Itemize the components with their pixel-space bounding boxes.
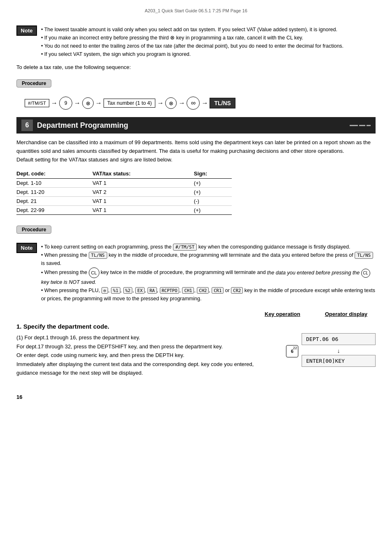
- step-1-text: (1) For dept.1 through 16, press the dep…: [16, 333, 270, 377]
- pct1-key: %1: [111, 287, 120, 294]
- sign-cell: (+): [194, 188, 232, 197]
- flow-diagram-1: #/TM/ST → 9 → ⊗ → Tax number (1 to 4) → …: [25, 97, 376, 110]
- flow-arrow-4: →: [157, 99, 164, 107]
- note-label-2: Note: [16, 243, 37, 253]
- note2-item-4: When pressing the PLU, ⊖, %1, %2, EX, RA…: [41, 286, 376, 303]
- vat-cell: VAT 1: [92, 179, 194, 188]
- ex-key: EX: [135, 287, 145, 294]
- dept-key-icon: 22 6: [286, 345, 298, 357]
- dept-table: Dept. code: VAT/tax status: Sign: Dept. …: [16, 169, 232, 215]
- th-sign: Sign:: [194, 169, 232, 179]
- tlns-key-inline: TL/NS: [89, 252, 107, 259]
- key-op-section: Key operation Operator display: [16, 311, 376, 317]
- dept-cell: Dept. 11-20: [16, 188, 92, 197]
- note-item-2: If you make an incorrect entry before pr…: [41, 34, 344, 42]
- note-item-1: The lowest taxable amount is valid only …: [41, 25, 344, 34]
- flow-arrow-3: →: [95, 99, 102, 107]
- note2-item-2: When pressing the TL/NS key in the middl…: [41, 251, 376, 267]
- ch2-key: CH2: [197, 287, 209, 294]
- dept-description: Merchandise can be classified into a max…: [16, 138, 376, 164]
- dept-cell: Dept. 21: [16, 197, 92, 206]
- flow-tlns: TL/NS: [210, 98, 235, 108]
- table-row: Dept. 21 VAT 1 (-): [16, 197, 232, 206]
- procedure-badge-1: Procedure: [16, 79, 51, 88]
- display-arrow: ↓: [302, 348, 376, 354]
- table-row: Dept. 1-10 VAT 1 (+): [16, 179, 232, 188]
- dept-desc-p2: Default setting for the VAT/tax statuses…: [16, 156, 376, 164]
- cl-circle-inline2: CL: [361, 269, 370, 278]
- ch1-key: CH1: [182, 287, 194, 294]
- vat-cell: VAT 1: [92, 197, 194, 206]
- procedure-section-1: Procedure: [16, 77, 376, 90]
- step-1-sub-1: (1) For dept.1 through 16, press the dep…: [16, 333, 270, 342]
- step-1-section: 1. Specify the department code. (1) For …: [16, 323, 376, 377]
- tlns-key-inline2: TL/NS: [355, 252, 373, 259]
- step-1-sub-4: Immediately after displaying the current…: [16, 360, 270, 378]
- note-label-1: Note: [16, 25, 37, 36]
- section-number: 6: [21, 120, 33, 131]
- dept-desc-p1: Merchandise can be classified into a max…: [16, 138, 376, 156]
- flow-x2: ⊗: [165, 97, 177, 109]
- minus-key: ⊖: [101, 287, 108, 294]
- procedure-badge-2: Procedure: [16, 226, 51, 234]
- flow-9: 9: [59, 97, 72, 110]
- pct2-key: %2: [123, 287, 133, 294]
- htmst-key-inline: #/TM/ST: [173, 244, 197, 251]
- step-1-sub-2: For dept.17 through 32, press the DEPTSH…: [16, 342, 270, 351]
- dept-cell: Dept. 22-99: [16, 206, 92, 215]
- note-box-2: Note To keep current setting on each pro…: [16, 243, 376, 303]
- vat-cell: VAT 1: [92, 206, 194, 215]
- display-screen-2: ENTER[00]KEY: [302, 355, 376, 367]
- flow-x1: ⊗: [82, 97, 94, 109]
- step-1-display: 22 6 DEPT.06 06 ↓ ENTER[00]KEY: [286, 333, 376, 372]
- flow-arrow-1: →: [51, 99, 58, 107]
- flow-arrow-2: →: [74, 99, 81, 107]
- table-row: Dept. 22-99 VAT 1 (+): [16, 206, 232, 215]
- delete-tax-text: To delete a tax rate, use the following …: [16, 64, 376, 70]
- note2-item-1: To keep current setting on each programm…: [41, 243, 376, 251]
- note-content-2: To keep current setting on each programm…: [41, 243, 376, 303]
- vat-cell: VAT 2: [92, 188, 194, 197]
- step-1-sub-3: Or enter dept. code using numeric key, a…: [16, 351, 270, 359]
- sign-cell: (+): [194, 179, 232, 188]
- flow-arrow-6: →: [201, 99, 208, 107]
- operator-display-label: Operator display: [325, 311, 367, 317]
- note-box-1: Note The lowest taxable amount is valid …: [16, 25, 376, 58]
- section-title: Department Programming: [37, 121, 128, 130]
- step-1-content: (1) For dept.1 through 16, press the dep…: [16, 333, 376, 377]
- section-6-header: 6 Department Programming: [16, 117, 376, 134]
- page-header: A203_1 Quick Start Guide 06.5.1 7:25 PM …: [16, 8, 376, 13]
- table-row: Dept. 11-20 VAT 2 (+): [16, 188, 232, 197]
- dept-cell: Dept. 1-10: [16, 179, 92, 188]
- step-1-header: 1. Specify the department code.: [16, 323, 376, 330]
- note2-item-3: When pressing the CL key twice in the mi…: [41, 267, 376, 286]
- rcptpo-key: RCPTPO: [160, 287, 180, 294]
- note-item-4: If you select VAT system, the sign which…: [41, 50, 344, 58]
- procedure-section-2: Procedure: [16, 223, 376, 236]
- section-lines: [350, 125, 371, 126]
- cl-circle-inline: CL: [89, 267, 99, 278]
- page-number: 16: [16, 394, 376, 400]
- sign-cell: (-): [194, 197, 232, 206]
- th-vat: VAT/tax status:: [92, 169, 194, 179]
- key-operation-label: Key operation: [265, 311, 300, 317]
- th-dept: Dept. code:: [16, 169, 92, 179]
- display-screen-1: DEPT.06 06: [302, 333, 376, 345]
- flow-htmst: #/TM/ST: [25, 99, 49, 107]
- sign-cell: (+): [194, 206, 232, 215]
- note-item-3: You do not need to enter the trailing ze…: [41, 42, 344, 50]
- flow-infinity: ∞: [187, 97, 200, 110]
- cr1-key: CR1: [212, 287, 224, 294]
- note-content-1: The lowest taxable amount is valid only …: [41, 25, 344, 58]
- flow-taxnumber: Tax number (1 to 4): [104, 99, 155, 108]
- flow-arrow-5: →: [178, 99, 185, 107]
- cr2-key: CR2: [231, 287, 243, 294]
- ra-key: RA: [148, 287, 157, 294]
